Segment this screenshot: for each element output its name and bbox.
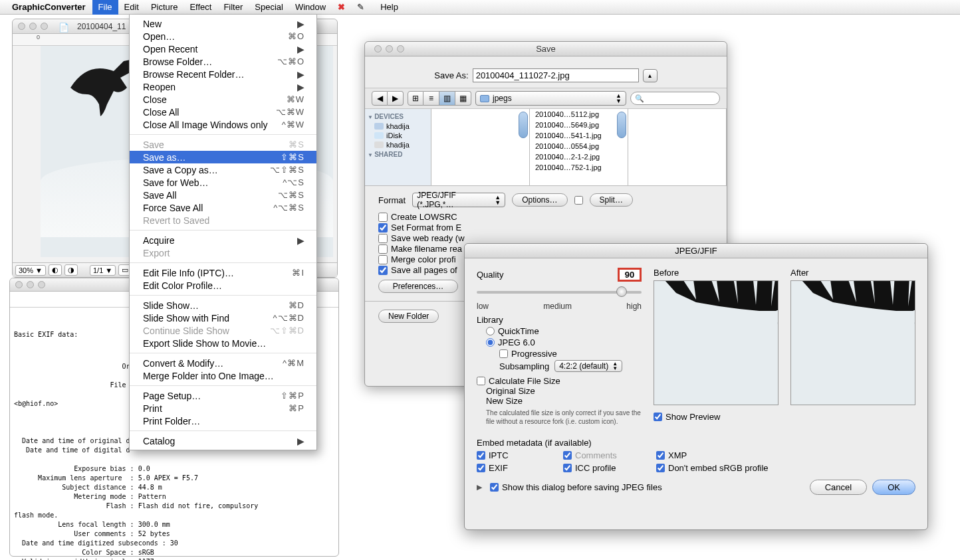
view-columns-icon[interactable]: ▥ (439, 91, 455, 106)
view-list-icon[interactable]: ≡ (423, 91, 439, 106)
opt-set-format[interactable]: Set Format from E (378, 223, 713, 233)
menu-special[interactable]: Special (249, 0, 289, 15)
menu-file[interactable]: File (92, 0, 118, 15)
menu-save-as[interactable]: Save as…⇧⌘S (130, 151, 316, 163)
app-name[interactable]: GraphicConverter (12, 2, 86, 12)
minimize-window-icon[interactable] (27, 281, 34, 288)
file-item[interactable]: 2010040…5649.jpg (530, 120, 628, 130)
menu-new[interactable]: New▶ (130, 17, 316, 30)
scrollbar-thumb[interactable] (617, 112, 626, 138)
save-dialog-titlebar[interactable]: Save (365, 42, 727, 56)
checkbox-show-preview[interactable]: Show Preview (654, 412, 915, 422)
close-window-icon[interactable] (18, 23, 25, 30)
checkbox-xmp[interactable]: XMP (656, 450, 802, 460)
checkbox-show-dialog[interactable]: Show this dialog before saving JPEG file… (490, 482, 662, 492)
menu-open-recent[interactable]: Open Recent▶ (130, 43, 316, 55)
menu-open[interactable]: Open…⌘O (130, 30, 316, 43)
subsampling-popup[interactable]: 4:2:2 (default) ▲▼ (554, 360, 622, 372)
menu-print-folder[interactable]: Print Folder… (130, 415, 316, 427)
menu-script-icon[interactable]: ✎ (351, 0, 370, 15)
menu-save-copy[interactable]: Save a Copy as…⌥⇧⌘S (130, 163, 316, 176)
quality-slider[interactable] (477, 284, 642, 302)
nav-back-forward[interactable]: ◀ ▶ (372, 91, 404, 106)
opt-lowsrc[interactable]: Create LOWSRC (378, 212, 713, 222)
back-button-icon[interactable]: ◀ (372, 91, 388, 106)
sidebar-group-shared[interactable]: SHARED (368, 151, 428, 158)
file-column-2[interactable]: 2010040…5112.jpg 2010040…5649.jpg 201004… (530, 109, 628, 185)
close-window-icon[interactable] (374, 45, 382, 52)
split-checkbox[interactable] (574, 196, 583, 205)
menu-edit-color-profile[interactable]: Edit Color Profile… (130, 279, 316, 292)
zoom-level[interactable]: 30% ▼ (15, 265, 46, 276)
menu-save-all[interactable]: Save All⌥⌘S (130, 189, 316, 201)
zoom-window-icon[interactable] (397, 45, 404, 52)
options-button[interactable]: Options… (512, 193, 567, 207)
menu-help[interactable]: Help (374, 0, 404, 15)
slider-thumb-icon[interactable] (616, 286, 627, 297)
new-folder-button[interactable]: New Folder (378, 310, 439, 323)
checkbox-iptc[interactable]: IPTC (477, 450, 563, 460)
expand-toggle-icon[interactable]: ▴ (643, 69, 658, 82)
menu-page-setup[interactable]: Page Setup…⇧⌘P (130, 389, 316, 402)
file-item[interactable]: 2010040…5112.jpg (530, 109, 628, 120)
menu-close[interactable]: Close⌘W (130, 93, 316, 106)
menu-merge-folder[interactable]: Merge Folder into One Image… (130, 369, 316, 382)
minimize-window-icon[interactable] (29, 23, 37, 30)
radio-quicktime[interactable]: QuickTime (486, 326, 642, 336)
menu-browse-recent-folder[interactable]: Browse Recent Folder…▶ (130, 68, 316, 80)
file-column-3[interactable] (628, 109, 727, 185)
status-icon-1[interactable]: ◐ (49, 264, 62, 276)
close-window-icon[interactable] (15, 281, 23, 288)
menu-force-save-all[interactable]: Force Save All^⌥⌘S (130, 201, 316, 214)
menu-edit[interactable]: Edit (118, 0, 145, 15)
view-coverflow-icon[interactable]: ▦ (455, 91, 471, 106)
menu-acquire[interactable]: Acquire▶ (130, 234, 316, 246)
checkbox-dont-embed-srgb[interactable]: Don't embed sRGB profile (656, 463, 802, 473)
quality-value[interactable]: 90 (618, 268, 642, 282)
menu-extra-icon[interactable]: ✖ (332, 0, 351, 15)
menu-browse-folder[interactable]: Browse Folder…⌥⌘O (130, 55, 316, 68)
preferences-button[interactable]: Preferences… (378, 280, 458, 293)
forward-button-icon[interactable]: ▶ (388, 91, 404, 106)
radio-jpeg6[interactable]: JPEG 6.0 (486, 337, 642, 347)
checkbox-exif[interactable]: EXIF (477, 463, 563, 473)
cancel-button[interactable]: Cancel (810, 480, 867, 495)
page-indicator[interactable]: 1/1 ▼ (90, 265, 116, 276)
filename-input[interactable] (473, 68, 639, 82)
menu-catalog[interactable]: Catalog▶ (130, 434, 316, 447)
search-input[interactable]: 🔍 (630, 92, 720, 105)
menu-edit-iptc[interactable]: Edit File Info (IPTC)…⌘I (130, 266, 316, 279)
document-proxy-icon[interactable]: 📄 (59, 23, 66, 31)
checkbox-comments[interactable]: Comments (563, 450, 656, 460)
menu-close-image-windows[interactable]: Close All Image Windows only^⌘W (130, 118, 316, 131)
menu-filter[interactable]: Filter (217, 0, 249, 15)
file-column-1[interactable] (431, 109, 530, 185)
sidebar-item[interactable]: iDisk (368, 131, 428, 140)
sidebar-group-devices[interactable]: DEVICES (368, 113, 428, 120)
menu-save-web[interactable]: Save for Web…^⌥S (130, 176, 316, 189)
scrollbar-thumb[interactable] (519, 112, 528, 138)
menu-effect[interactable]: Effect (183, 0, 217, 15)
split-button[interactable]: Split… (590, 193, 633, 207)
sidebar-item[interactable]: khadija (368, 122, 428, 131)
menu-print[interactable]: Print⌘P (130, 402, 316, 415)
file-item[interactable]: 2010040…0554.jpg (530, 141, 628, 151)
file-item[interactable]: 2010040…2-1-2.jpg (530, 151, 628, 162)
jpeg-dialog-titlebar[interactable]: JPEG/JFIF (465, 244, 927, 258)
menu-export-slide-show[interactable]: Export Slide Show to Movie… (130, 337, 316, 349)
menu-picture[interactable]: Picture (145, 0, 183, 15)
checkbox-calculate-size[interactable]: Calculate File Size (477, 376, 642, 386)
menu-slide-show[interactable]: Slide Show…⌘D (130, 299, 316, 312)
minimize-window-icon[interactable] (386, 45, 393, 52)
file-item[interactable]: 2010040…541-1.jpg (530, 130, 628, 141)
menu-window[interactable]: Window (289, 0, 332, 15)
checkbox-icc-profile[interactable]: ICC profile (563, 463, 656, 473)
format-popup[interactable]: JPEG/JFIF (*.JPG,*… ▲▼ (412, 193, 505, 207)
menu-reopen[interactable]: Reopen▶ (130, 80, 316, 93)
checkbox-progressive[interactable]: Progressive (499, 349, 642, 359)
disclosure-triangle-icon[interactable]: ▶ (477, 483, 482, 492)
menu-slide-show-find[interactable]: Slide Show with Find^⌥⌘D (130, 312, 316, 324)
opt-web-ready[interactable]: Save web ready (w (378, 233, 713, 243)
ok-button[interactable]: OK (872, 480, 915, 495)
zoom-window-icon[interactable] (38, 281, 45, 288)
